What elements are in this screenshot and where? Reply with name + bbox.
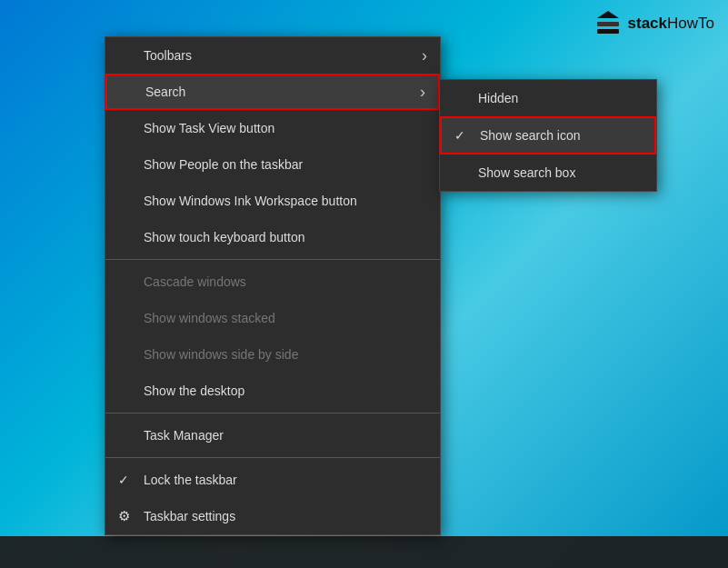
show-search-icon-label: Show search icon xyxy=(480,128,581,143)
menu-item-show-desktop[interactable]: Show the desktop xyxy=(105,373,440,409)
task-manager-label: Task Manager xyxy=(144,428,224,443)
hidden-label: Hidden xyxy=(478,91,518,105)
menu-item-side-by-side: Show windows side by side xyxy=(105,336,440,373)
lock-check-icon: ✓ xyxy=(118,473,129,487)
search-icon-check: ✓ xyxy=(454,128,465,143)
menu-item-touch-keyboard[interactable]: Show touch keyboard button xyxy=(105,219,440,255)
menu-item-stacked: Show windows stacked xyxy=(105,300,440,336)
cascade-label: Cascade windows xyxy=(144,274,246,289)
menu-item-taskbar-settings[interactable]: ⚙ Taskbar settings xyxy=(105,498,440,534)
submenu-item-show-search-box[interactable]: Show search box xyxy=(440,154,656,191)
toolbars-label: Toolbars xyxy=(144,48,192,63)
logo-text: stackHowTo xyxy=(628,15,714,33)
stackhowto-logo: stackHowTo xyxy=(593,9,714,38)
menu-item-people[interactable]: Show People on the taskbar xyxy=(105,146,440,183)
divider-1 xyxy=(105,259,440,260)
show-search-box-label: Show search box xyxy=(478,165,575,180)
menu-item-task-view[interactable]: Show Task View button xyxy=(105,110,440,146)
svg-marker-2 xyxy=(597,11,619,18)
menu-item-search[interactable]: Search xyxy=(105,74,440,110)
logo-icon xyxy=(593,9,623,38)
svg-rect-0 xyxy=(597,29,619,34)
taskbar xyxy=(0,536,728,568)
search-submenu: Hidden ✓ Show search icon Show search bo… xyxy=(439,79,657,192)
show-desktop-label: Show the desktop xyxy=(144,384,244,398)
touch-keyboard-label: Show touch keyboard button xyxy=(144,230,304,244)
taskbar-settings-label: Taskbar settings xyxy=(144,509,235,523)
divider-3 xyxy=(105,457,440,458)
divider-2 xyxy=(105,413,440,414)
context-menu: Toolbars Search Show Task View button Sh… xyxy=(105,36,441,535)
ink-label: Show Windows Ink Workspace button xyxy=(144,194,357,208)
side-by-side-label: Show windows side by side xyxy=(144,347,298,362)
gear-icon: ⚙ xyxy=(118,508,130,524)
search-label: Search xyxy=(145,85,185,99)
lock-taskbar-label: Lock the taskbar xyxy=(144,473,237,487)
task-view-label: Show Task View button xyxy=(144,121,274,135)
menu-item-lock-taskbar[interactable]: ✓ Lock the taskbar xyxy=(105,462,440,498)
svg-rect-1 xyxy=(597,22,619,26)
submenu-item-show-search-icon[interactable]: ✓ Show search icon xyxy=(440,116,656,154)
menu-item-ink-workspace[interactable]: Show Windows Ink Workspace button xyxy=(105,183,440,219)
people-label: Show People on the taskbar xyxy=(144,157,303,172)
menu-item-toolbars[interactable]: Toolbars xyxy=(105,37,440,74)
menu-item-cascade: Cascade windows xyxy=(105,264,440,300)
submenu-item-hidden[interactable]: Hidden xyxy=(440,80,656,116)
menu-item-task-manager[interactable]: Task Manager xyxy=(105,417,440,453)
stacked-label: Show windows stacked xyxy=(144,311,275,325)
